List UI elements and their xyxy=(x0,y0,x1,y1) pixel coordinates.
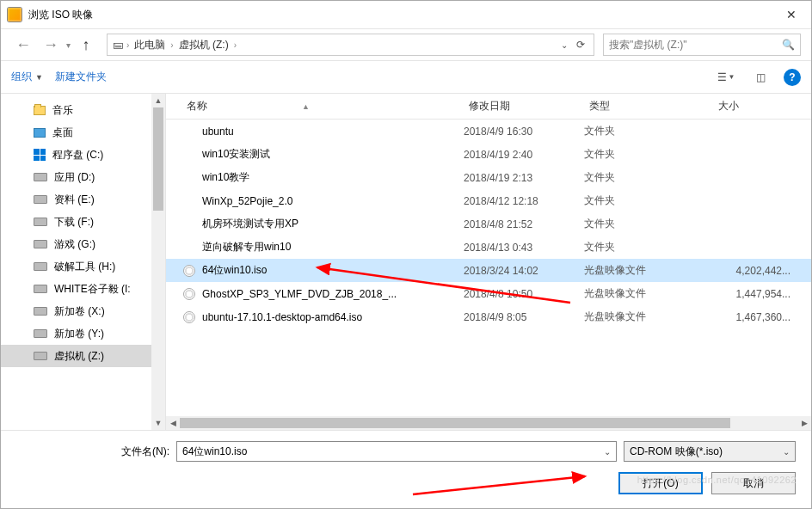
column-headers: 名称 ▲ 修改日期 类型 大小 xyxy=(166,94,811,120)
desktop-icon xyxy=(34,128,46,138)
organize-button[interactable]: 组织 ▼ xyxy=(11,70,43,84)
file-name: 64位win10.iso xyxy=(202,263,464,278)
file-row[interactable]: 机房环境测试专用XP2018/4/8 21:52文件夹 xyxy=(166,212,811,236)
file-name: win10安装测试 xyxy=(202,147,464,162)
back-button[interactable]: ← xyxy=(11,33,35,57)
sidebar-item[interactable]: 新加卷 (Y:) xyxy=(1,322,165,345)
sidebar-item-label: 新加卷 (Y:) xyxy=(54,327,104,341)
file-date: 2018/3/24 14:02 xyxy=(464,265,584,277)
sidebar-item[interactable]: 程序盘 (C:) xyxy=(1,144,165,166)
drive-icon xyxy=(34,262,47,271)
breadcrumb-folder[interactable]: 虚拟机 (Z:) xyxy=(175,38,232,52)
file-type: 文件夹 xyxy=(584,124,713,138)
search-input[interactable]: 搜索"虚拟机 (Z:)" 🔍 xyxy=(603,34,801,56)
column-date[interactable]: 修改日期 xyxy=(464,99,584,113)
file-date: 2018/4/12 12:18 xyxy=(464,195,584,207)
scrollbar-thumb[interactable] xyxy=(153,107,163,211)
watermark: https://blog.csdn.net/qq_41092262 xyxy=(637,475,797,485)
sidebar-item[interactable]: 游戏 (G:) xyxy=(1,233,165,255)
sidebar-item[interactable]: 下载 (F:) xyxy=(1,211,165,233)
filename-value: 64位win10.iso xyxy=(182,445,247,459)
scroll-right-icon[interactable]: ▶ xyxy=(797,419,811,427)
sidebar-item[interactable]: 新加卷 (X:) xyxy=(1,300,165,322)
view-details-icon[interactable]: ◫ xyxy=(749,68,772,87)
file-row[interactable]: win10教学2018/4/19 2:13文件夹 xyxy=(166,166,811,189)
column-name[interactable]: 名称 ▲ xyxy=(181,99,464,113)
breadcrumb-root[interactable]: 此电脑 xyxy=(131,38,169,52)
sidebar-item[interactable]: 应用 (D:) xyxy=(1,166,165,188)
iso-icon xyxy=(183,311,195,323)
sidebar-item-label: 资料 (E:) xyxy=(54,193,95,207)
file-size: 1,447,954... xyxy=(713,288,811,300)
file-row[interactable]: 逆向破解专用win102018/4/13 0:43文件夹 xyxy=(166,236,811,259)
file-row[interactable]: WinXp_52Pojie_2.02018/4/12 12:18文件夹 xyxy=(166,189,811,212)
sidebar-item[interactable]: 破解工具 (H:) xyxy=(1,255,165,278)
drive-icon xyxy=(34,240,47,248)
sidebar-item[interactable]: 资料 (E:) xyxy=(1,188,165,211)
sidebar-item-label: 下载 (F:) xyxy=(54,215,94,230)
sidebar-item-label: 程序盘 (C:) xyxy=(52,148,103,163)
forward-button[interactable]: → xyxy=(39,33,63,57)
file-type: 光盘映像文件 xyxy=(584,263,713,278)
file-name: ubuntu xyxy=(202,126,464,138)
column-size[interactable]: 大小 xyxy=(713,99,811,113)
scroll-left-icon[interactable]: ◀ xyxy=(166,419,180,427)
file-date: 2018/4/9 8:05 xyxy=(464,311,584,323)
file-type: 光盘映像文件 xyxy=(584,310,713,324)
sidebar-item[interactable]: 音乐 xyxy=(1,99,165,121)
up-button[interactable]: ↑ xyxy=(74,33,98,57)
recent-dropdown-icon[interactable]: ▾ xyxy=(66,40,71,50)
iso-icon xyxy=(183,265,195,277)
scrollbar-thumb[interactable] xyxy=(180,418,730,428)
drive-icon xyxy=(34,173,47,181)
dialog-footer: 文件名(N): 64位win10.iso ⌄ CD-ROM 映像(*.iso) … xyxy=(1,430,811,508)
sidebar-item[interactable]: 虚拟机 (Z:) xyxy=(1,345,165,367)
file-date: 2018/4/9 16:30 xyxy=(464,126,584,138)
breadcrumb[interactable]: 🖴 › 此电脑 › 虚拟机 (Z:) › ⌄ ⟳ xyxy=(107,34,594,56)
file-type: 文件夹 xyxy=(584,217,713,231)
history-dropdown-icon[interactable]: ⌄ xyxy=(561,40,568,50)
file-row[interactable]: GhostXP_SP3_YLMF_DVD_ZJB_2018_...2018/4/… xyxy=(166,282,811,305)
iso-icon xyxy=(183,288,195,300)
window-title: 浏览 ISO 映像 xyxy=(28,8,772,22)
horizontal-scrollbar[interactable]: ◀ ▶ xyxy=(166,416,811,430)
column-type[interactable]: 类型 xyxy=(584,99,713,113)
sidebar-item[interactable]: WHITE谷子毅 (I: xyxy=(1,278,165,300)
drive-icon xyxy=(34,352,47,360)
filename-input[interactable]: 64位win10.iso ⌄ xyxy=(176,441,617,462)
file-row[interactable]: win10安装测试2018/4/19 2:40文件夹 xyxy=(166,143,811,166)
chevron-right-icon: › xyxy=(169,40,175,50)
file-row[interactable]: ubuntu2018/4/9 16:30文件夹 xyxy=(166,120,811,143)
help-icon[interactable]: ? xyxy=(784,69,801,86)
file-type: 光盘映像文件 xyxy=(584,286,713,301)
folder-icon xyxy=(34,106,46,115)
sidebar-scrollbar[interactable]: ▲ ▼ xyxy=(151,94,165,430)
file-date: 2018/4/8 21:52 xyxy=(464,218,584,230)
file-row[interactable]: ubuntu-17.10.1-desktop-amd64.iso2018/4/9… xyxy=(166,305,811,328)
scroll-down-icon[interactable]: ▼ xyxy=(151,416,165,430)
filetype-filter[interactable]: CD-ROM 映像(*.iso) ⌄ xyxy=(624,441,796,462)
view-list-icon[interactable]: ☰▼ xyxy=(715,68,737,87)
drive-icon xyxy=(34,285,47,293)
file-date: 2018/4/8 10:50 xyxy=(464,288,584,300)
drive-icon xyxy=(34,195,47,204)
close-button[interactable]: ✕ xyxy=(772,1,811,28)
drive-icon xyxy=(34,307,47,316)
sidebar-item-label: 新加卷 (X:) xyxy=(54,304,105,319)
file-name: WinXp_52Pojie_2.0 xyxy=(202,195,464,207)
app-icon xyxy=(8,8,22,21)
chevron-right-icon: › xyxy=(232,40,238,50)
chevron-down-icon[interactable]: ⌄ xyxy=(783,447,790,457)
drive-icon: 🖴 xyxy=(111,38,125,52)
scroll-up-icon[interactable]: ▲ xyxy=(151,94,165,107)
search-icon[interactable]: 🔍 xyxy=(782,39,795,51)
sort-asc-icon: ▲ xyxy=(302,102,310,111)
file-type: 文件夹 xyxy=(584,193,713,208)
file-name: 机房环境测试专用XP xyxy=(202,217,464,231)
file-row[interactable]: 64位win10.iso2018/3/24 14:02光盘映像文件4,202,4… xyxy=(166,259,811,282)
refresh-icon[interactable]: ⟳ xyxy=(576,39,585,51)
sidebar-item-label: 音乐 xyxy=(52,103,73,118)
new-folder-button[interactable]: 新建文件夹 xyxy=(55,70,107,84)
chevron-down-icon[interactable]: ⌄ xyxy=(604,447,611,457)
sidebar-item[interactable]: 桌面 xyxy=(1,121,165,144)
